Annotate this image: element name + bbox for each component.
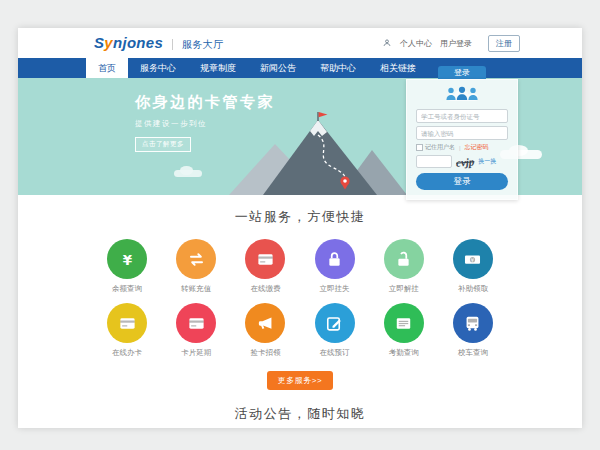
captcha-input[interactable]	[416, 155, 452, 168]
screenshot-canvas: { "header": { "logo": {"part1": "S", "ac…	[0, 0, 600, 450]
service-label: 立即解挂	[375, 284, 433, 294]
service-item-0[interactable]: ¥余额查询	[98, 239, 156, 294]
captcha-row: cvjp 换一换	[416, 155, 508, 168]
service-item-6[interactable]: 在线办卡	[98, 303, 156, 358]
announcements-title: 活动公告，随时知晓	[18, 405, 582, 423]
service-item-11[interactable]: 校车查询	[444, 303, 502, 358]
header-link-1[interactable]: 用户登录	[440, 39, 472, 48]
service-label: 立即挂失	[306, 284, 364, 294]
service-item-9[interactable]: 在线预订	[306, 303, 364, 358]
nav-item-1[interactable]: 服务中心	[128, 58, 188, 78]
logo-text-2: njones	[113, 34, 163, 51]
header-links: 个人中心用户登录	[400, 38, 480, 49]
remember-row: 记住用户名 | 忘记密码	[416, 143, 508, 152]
nav-item-0[interactable]: 首页	[86, 58, 128, 78]
service-item-7[interactable]: 卡片延期	[167, 303, 225, 358]
remember-label: 记住用户名	[425, 143, 455, 152]
user-icon	[382, 38, 392, 48]
service-label: 转账充值	[167, 284, 225, 294]
login-button[interactable]: 登录	[416, 173, 508, 190]
services-title: 一站服务，方便快捷	[18, 208, 582, 226]
service-label: 余额查询	[98, 284, 156, 294]
service-label: 考勤查询	[375, 348, 433, 358]
services-row-2: 在线办卡卡片延期捡卡招领在线预订考勤查询校车查询	[98, 303, 502, 358]
service-label: 在线预订	[306, 348, 364, 358]
svg-text:¥: ¥	[122, 252, 132, 267]
service-label: 在线办卡	[98, 348, 156, 358]
logo[interactable]: Synjones服务大厅	[94, 34, 223, 52]
card-icon	[176, 303, 216, 343]
service-label: 在线缴费	[236, 284, 294, 294]
transfer-icon	[176, 239, 216, 279]
service-item-4[interactable]: 立即解挂	[375, 239, 433, 294]
hero-cta-button[interactable]: 点击了解更多	[135, 137, 191, 152]
header-link-0[interactable]: 个人中心	[400, 39, 432, 48]
services-section: 一站服务，方便快捷 ¥余额查询转账充值在线缴费立即挂失立即解挂¥补助领取 在线办…	[18, 195, 582, 390]
register-button[interactable]: 注册	[488, 35, 520, 52]
announcements-section: 活动公告，随时知晓 使用指南最新公告更多>>使用指南更多>>	[18, 405, 582, 428]
remember-checkbox[interactable]	[416, 144, 423, 151]
service-label: 补助领取	[444, 284, 502, 294]
captcha-image[interactable]: cvjp	[456, 155, 475, 168]
service-item-2[interactable]: 在线缴费	[236, 239, 294, 294]
edit-icon	[315, 303, 355, 343]
yen-icon: ¥	[107, 239, 147, 279]
more-services-button[interactable]: 更多服务>>	[267, 371, 333, 390]
lock-icon	[315, 239, 355, 279]
service-item-1[interactable]: 转账充值	[167, 239, 225, 294]
site-header: Synjones服务大厅 个人中心用户登录 注册	[18, 28, 582, 58]
webpage: Synjones服务大厅 个人中心用户登录 注册 首页服务中心规章制度新闻公告帮…	[18, 28, 582, 428]
unlock-icon	[384, 239, 424, 279]
hero-title: 你身边的卡管专家	[135, 93, 275, 112]
megaphone-icon	[245, 303, 285, 343]
service-label: 捡卡招领	[236, 348, 294, 358]
header-right: 个人中心用户登录 注册	[382, 35, 520, 52]
nav-item-2[interactable]: 规章制度	[188, 58, 248, 78]
captcha-refresh-link[interactable]: 换一换	[478, 157, 496, 166]
service-label: 卡片延期	[167, 348, 225, 358]
service-item-8[interactable]: 捡卡招领	[236, 303, 294, 358]
logo-suffix: 服务大厅	[172, 39, 223, 50]
logo-accent: y	[104, 34, 113, 51]
hero-text: 你身边的卡管专家 提供建设一步到位 点击了解更多	[135, 93, 275, 152]
nav-item-4[interactable]: 帮助中心	[308, 58, 368, 78]
hero-subtitle: 提供建设一步到位	[135, 119, 275, 129]
logo-text: S	[94, 34, 104, 51]
nav-item-3[interactable]: 新闻公告	[248, 58, 308, 78]
service-item-3[interactable]: 立即挂失	[306, 239, 364, 294]
card-icon	[107, 303, 147, 343]
attendance-icon	[384, 303, 424, 343]
forgot-password-link[interactable]: 忘记密码	[465, 143, 489, 152]
login-form: 记住用户名 | 忘记密码 cvjp 换一换 登录	[406, 79, 518, 200]
users-icon	[416, 86, 508, 105]
services-row-1: ¥余额查询转账充值在线缴费立即挂失立即解挂¥补助领取	[98, 239, 502, 294]
login-tab[interactable]: 登录	[438, 66, 486, 79]
divider: |	[459, 145, 461, 151]
banknote-icon: ¥	[453, 239, 493, 279]
service-item-5[interactable]: ¥补助领取	[444, 239, 502, 294]
cloud-decoration	[174, 170, 202, 177]
login-panel: 登录 记住用户名 | 忘记密码	[406, 66, 518, 200]
card-icon	[245, 239, 285, 279]
student-id-input[interactable]	[416, 109, 508, 123]
service-item-10[interactable]: 考勤查询	[375, 303, 433, 358]
bus-icon	[453, 303, 493, 343]
password-input[interactable]	[416, 126, 508, 140]
service-label: 校车查询	[444, 348, 502, 358]
